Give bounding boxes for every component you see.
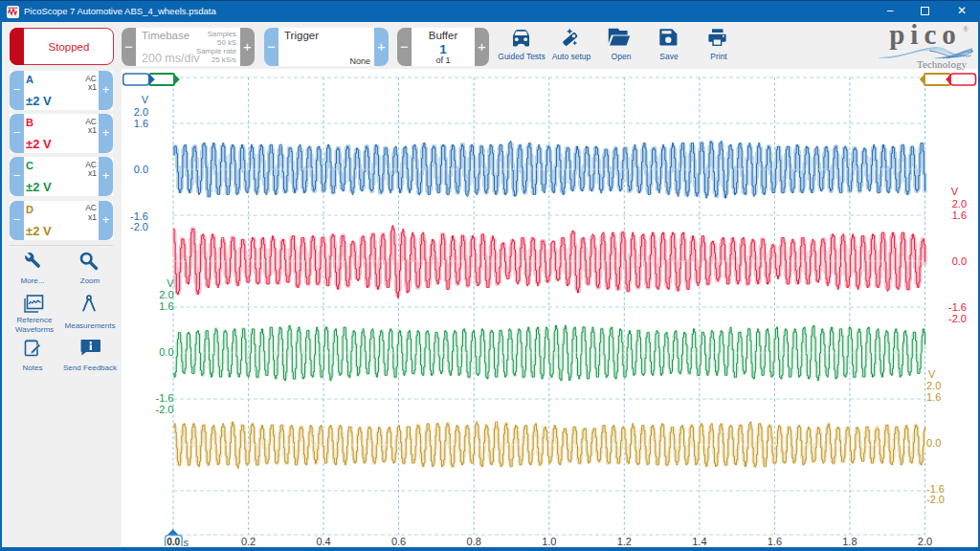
svg-text:0.4: 0.4 <box>316 536 330 546</box>
svg-text:0.6: 0.6 <box>391 536 406 546</box>
svg-text:0.0: 0.0 <box>134 164 148 175</box>
svg-text:-2.0: -2.0 <box>130 221 148 232</box>
svg-text:1.6: 1.6 <box>952 209 967 221</box>
svg-text:0.0: 0.0 <box>159 346 173 358</box>
svg-text:-1.6: -1.6 <box>130 210 148 222</box>
svg-text:2.0: 2.0 <box>134 106 148 118</box>
svg-text:1.0: 1.0 <box>542 536 556 546</box>
svg-text:-1.6: -1.6 <box>156 392 174 404</box>
svg-text:0.2: 0.2 <box>241 536 256 546</box>
svg-text:V: V <box>167 277 174 289</box>
svg-text:1.8: 1.8 <box>842 536 857 546</box>
svg-text:2.0: 2.0 <box>918 536 932 546</box>
svg-text:-1.6: -1.6 <box>926 483 945 495</box>
svg-text:0.0: 0.0 <box>167 537 180 547</box>
svg-text:V: V <box>928 368 936 380</box>
svg-text:2.0: 2.0 <box>952 198 967 209</box>
svg-text:-2.0: -2.0 <box>926 494 945 505</box>
svg-text:1.6: 1.6 <box>926 391 941 403</box>
svg-text:V: V <box>951 186 959 197</box>
svg-text:0.0: 0.0 <box>926 437 941 449</box>
svg-text:1.6: 1.6 <box>768 536 782 546</box>
svg-text:1.6: 1.6 <box>159 300 173 312</box>
svg-text:-2.0: -2.0 <box>156 404 174 415</box>
svg-text:V: V <box>142 94 149 105</box>
svg-text:1.6: 1.6 <box>134 118 148 129</box>
svg-text:2.0: 2.0 <box>926 380 941 391</box>
svg-text:0.8: 0.8 <box>467 536 481 546</box>
svg-text:-2.0: -2.0 <box>948 313 967 324</box>
svg-text:-1.6: -1.6 <box>948 301 967 313</box>
svg-text:1.2: 1.2 <box>617 536 632 546</box>
svg-text:2.0: 2.0 <box>159 289 173 300</box>
svg-text:s: s <box>184 537 189 547</box>
svg-text:1.4: 1.4 <box>692 536 706 546</box>
svg-text:0.0: 0.0 <box>952 255 967 267</box>
